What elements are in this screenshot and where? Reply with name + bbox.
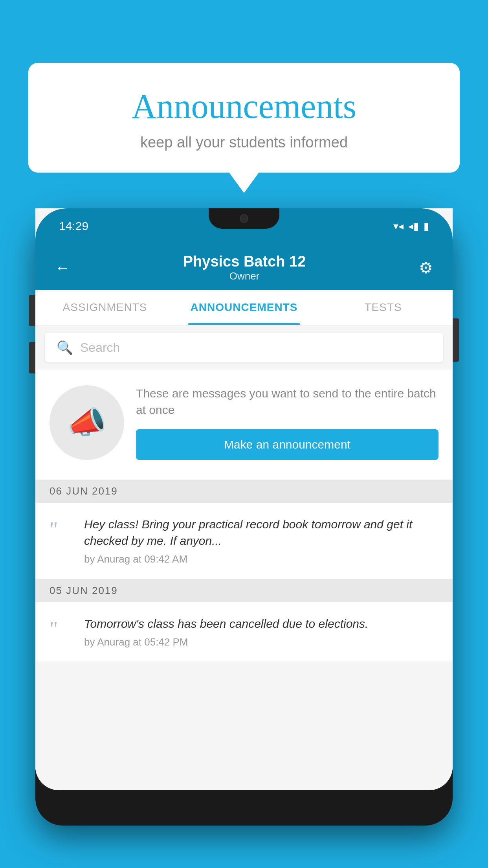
search-icon: 🔍	[57, 340, 73, 355]
power-button	[453, 318, 459, 362]
search-input[interactable]: Search	[80, 340, 120, 355]
megaphone-icon: 📣	[67, 404, 106, 441]
header-subtitle: Owner	[183, 270, 306, 282]
signal-icon: ◂▮	[408, 220, 419, 232]
announcement-text-2: Tomorrow's class has been cancelled due …	[84, 616, 438, 632]
header-title: Physics Batch 12	[183, 253, 306, 270]
promo-icon-circle: 📣	[50, 385, 124, 460]
tabs-bar: ASSIGNMENTS ANNOUNCEMENTS TESTS	[35, 290, 453, 326]
tab-announcements[interactable]: ANNOUNCEMENTS	[174, 290, 314, 325]
phone-notch	[209, 208, 279, 229]
phone-container: 14:29 ▾◂ ◂▮ ▮ ← Physics Batch 12 Owner ⚙	[35, 208, 453, 868]
wifi-icon: ▾◂	[393, 220, 404, 232]
volume-up-button	[29, 295, 35, 326]
volume-down-button	[29, 342, 35, 373]
quote-icon-2: "	[50, 619, 73, 639]
announcement-meta-2: by Anurag at 05:42 PM	[84, 636, 438, 648]
app-header: ← Physics Batch 12 Owner ⚙	[35, 244, 453, 290]
search-bar[interactable]: 🔍 Search	[45, 333, 443, 362]
back-button[interactable]: ←	[55, 259, 70, 276]
phone-screen: 14:29 ▾◂ ◂▮ ▮ ← Physics Batch 12 Owner ⚙	[35, 208, 453, 790]
status-time: 14:29	[59, 219, 88, 233]
make-announcement-button[interactable]: Make an announcement	[136, 429, 438, 460]
date-divider-2: 05 JUN 2019	[35, 579, 453, 602]
announcement-content-1: Hey class! Bring your practical record b…	[84, 516, 438, 565]
announcement-meta-1: by Anurag at 09:42 AM	[84, 553, 438, 565]
front-camera	[240, 214, 248, 223]
promo-right: These are messages you want to send to t…	[136, 385, 438, 460]
speech-bubble: Announcements keep all your students inf…	[28, 63, 460, 173]
tab-assignments[interactable]: ASSIGNMENTS	[35, 290, 174, 325]
battery-icon: ▮	[424, 220, 429, 232]
speech-bubble-container: Announcements keep all your students inf…	[28, 63, 460, 173]
announcement-item-2[interactable]: " Tomorrow's class has been cancelled du…	[35, 602, 453, 662]
announcement-content-2: Tomorrow's class has been cancelled due …	[84, 616, 438, 648]
announcement-item-1[interactable]: " Hey class! Bring your practical record…	[35, 503, 453, 579]
quote-icon-1: "	[50, 519, 73, 540]
status-icons: ▾◂ ◂▮ ▮	[393, 220, 429, 232]
promo-card: 📣 These are messages you want to send to…	[35, 370, 453, 480]
speech-bubble-title: Announcements	[48, 86, 440, 126]
content-area: 🔍 Search 📣 These are messages you want t…	[35, 326, 453, 790]
tab-tests[interactable]: TESTS	[314, 290, 453, 325]
announcement-text-1: Hey class! Bring your practical record b…	[84, 516, 438, 549]
settings-icon[interactable]: ⚙	[419, 259, 433, 277]
date-divider-1: 06 JUN 2019	[35, 480, 453, 503]
speech-bubble-subtitle: keep all your students informed	[48, 134, 440, 151]
header-center: Physics Batch 12 Owner	[183, 253, 306, 282]
promo-description: These are messages you want to send to t…	[136, 385, 438, 418]
status-bar: 14:29 ▾◂ ◂▮ ▮	[35, 208, 453, 244]
phone-device: 14:29 ▾◂ ◂▮ ▮ ← Physics Batch 12 Owner ⚙	[35, 208, 453, 826]
